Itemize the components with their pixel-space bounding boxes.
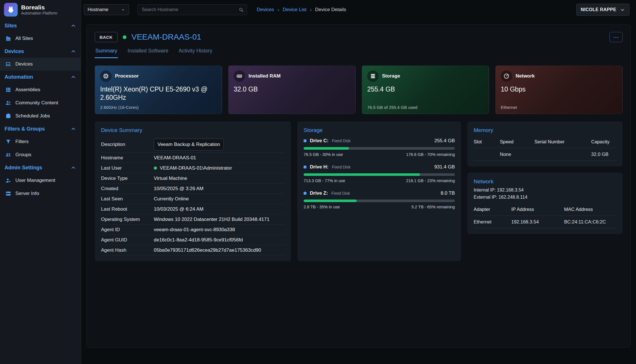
sidebar-item-label: User Management — [15, 178, 55, 183]
sidebar-item-label: Community Content — [15, 100, 58, 106]
sidebar-item-label: All Sites — [15, 36, 33, 41]
table-row: Description — [101, 136, 285, 153]
table-row: Last User VEEAM-DRAAS-01\Administrator — [101, 163, 285, 173]
description-input[interactable] — [154, 139, 224, 151]
drive-bullet-icon — [304, 139, 306, 142]
brand-subtitle: Automation Platform — [21, 11, 57, 15]
drive-name: Drive Z: — [310, 190, 328, 196]
chevron-up-icon — [70, 74, 76, 80]
row-value: VEEAM-DRAAS-01\Administrator — [160, 165, 232, 171]
drive-type: Fixed Disk — [332, 165, 350, 169]
drive-usage-bar — [304, 147, 455, 150]
chevron-up-icon — [70, 48, 76, 54]
drive-bullet-icon — [304, 192, 306, 195]
drive-usage-bar — [304, 200, 455, 202]
storage-card: Storage 255.4 GB 76.5 GB of 255.4 GB use… — [362, 66, 489, 114]
search-input[interactable] — [141, 7, 239, 13]
drive-remaining: 178.8 GB - 70% remaining — [406, 152, 455, 157]
internal-ip: Internal IP: 192.168.3.54 — [474, 188, 616, 193]
row-label: Last Reboot — [101, 206, 154, 212]
page-header: BACK VEEAM-DRAAS-01 ⋯ — [95, 32, 623, 42]
sidebar-item-groups[interactable]: Groups — [0, 148, 81, 161]
cpu-icon — [100, 70, 112, 82]
server-icon — [5, 190, 11, 197]
user-menu-button[interactable]: NICOLE RAPPE — [576, 4, 629, 16]
row-label: Description — [101, 142, 154, 147]
sidebar-section-filters-groups[interactable]: Filters & Groups — [0, 123, 81, 135]
sidebar-item-community-content[interactable]: Community Content — [0, 96, 81, 109]
row-value: veeam-draas-01-agent-svc-8930a338 — [154, 227, 235, 233]
table-cell — [474, 151, 500, 158]
people-icon — [5, 100, 11, 106]
drive-c: Drive C: Fixed Disk 255.4 GB 76.5 GB - 3… — [304, 138, 455, 157]
back-button[interactable]: BACK — [95, 32, 118, 42]
tab-bar: Summary Installed Software Activity Hist… — [95, 48, 623, 58]
sidebar-section-admin-settings[interactable]: Admin Settings — [0, 161, 81, 174]
borealis-logo[interactable] — [4, 3, 18, 17]
sidebar-item-all-sites[interactable]: All Sites — [0, 32, 81, 45]
drive-size: 931.4 GB — [434, 164, 455, 170]
column-header: MAC Address — [564, 204, 616, 215]
panel-title: Storage — [304, 127, 455, 133]
sidebar-item-user-management[interactable]: User Management — [0, 174, 81, 187]
stat-sub: 76.5 GB of 255.4 GB used — [367, 105, 417, 110]
hostname-filter-select[interactable]: Hostname — [84, 4, 129, 15]
sidebar-item-label: Scheduled Jobs — [15, 113, 50, 119]
drive-bullet-icon — [304, 166, 306, 168]
sidebar-item-server-info[interactable]: Server Info — [0, 187, 81, 200]
row-label: Last Seen — [101, 196, 154, 202]
row-label: Created — [101, 186, 154, 192]
devices-icon — [5, 61, 11, 67]
table-cell: None — [500, 148, 534, 160]
table-row: Hostname VEEAM-DRAAS-01 — [101, 153, 285, 163]
sidebar-item-scheduled-jobs[interactable]: Scheduled Jobs — [0, 109, 81, 123]
sidebar-section-devices[interactable]: Devices — [0, 45, 81, 58]
column-header: Adapter — [474, 204, 511, 215]
table-row: Created 10/05/2025 @ 3:26 AM — [101, 184, 285, 194]
sidebar-section-automation[interactable]: Automation — [0, 71, 81, 83]
table-row: Agent ID veeam-draas-01-agent-svc-8930a3… — [101, 225, 285, 235]
drive-used: 76.5 GB - 30% in use — [304, 152, 343, 157]
content-area: Hostname Devices › Device List › Device … — [81, 0, 636, 364]
chevron-up-icon — [70, 126, 76, 132]
groups-icon — [5, 152, 11, 158]
tab-activity-history[interactable]: Activity History — [178, 48, 213, 58]
breadcrumb-separator: › — [277, 7, 279, 13]
breadcrumb-devices[interactable]: Devices — [257, 7, 274, 13]
drive-usage-fill — [304, 173, 420, 176]
gauge-icon — [501, 70, 512, 82]
network-table: Adapter IP Address MAC Address Ethernet … — [474, 204, 616, 228]
stat-value: Intel(R) Xeon(R) CPU E5-2690 v3 @ 2.60GH… — [100, 85, 212, 102]
panel-title: Memory — [474, 127, 616, 133]
network-panel: Network Internal IP: 192.168.3.54 Extern… — [467, 173, 623, 234]
divider — [474, 228, 616, 228]
sidebar-item-devices[interactable]: Devices — [0, 58, 81, 71]
stat-value: 32.0 GB — [234, 85, 346, 93]
more-options-button[interactable]: ⋯ — [609, 32, 623, 42]
row-value: de16c0c1-8aa2-4d18-9585-9ce91cf056fd — [154, 237, 243, 243]
row-value: VEEAM-DRAAS-01 — [154, 155, 196, 161]
sidebar-item-assemblies[interactable]: Assemblies — [0, 83, 81, 96]
breadcrumb-device-list[interactable]: Device List — [283, 7, 306, 13]
tab-installed-software[interactable]: Installed Software — [127, 48, 169, 58]
column-header: Serial Number — [534, 136, 591, 148]
briefcase-icon — [5, 113, 11, 119]
row-label: Operating System — [101, 217, 154, 222]
stat-cards: Processor Intel(R) Xeon(R) CPU E5-2690 v… — [95, 66, 623, 114]
device-details-card: BACK VEEAM-DRAAS-01 ⋯ Summary Installed … — [86, 24, 631, 348]
tab-summary[interactable]: Summary — [95, 48, 118, 58]
panel-title: Device Summary — [101, 127, 285, 133]
sidebar-item-filters[interactable]: Filters — [0, 135, 81, 148]
detail-panels: Device Summary Description Hostname VEEA… — [95, 121, 623, 261]
divider — [474, 160, 616, 161]
row-value: Currently Online — [154, 196, 189, 202]
row-label: Last User — [101, 165, 154, 171]
filter-icon — [5, 139, 11, 145]
topbar: Hostname Devices › Device List › Device … — [81, 0, 636, 19]
stat-label: Processor — [115, 73, 139, 79]
drive-type: Fixed Disk — [332, 139, 350, 143]
drive-used: 713.3 GB - 77% in use — [304, 178, 345, 183]
brand: Borealis Automation Platform — [0, 0, 81, 19]
sidebar-section-sites[interactable]: Sites — [0, 19, 81, 32]
sidebar-item-label: Devices — [15, 61, 33, 67]
